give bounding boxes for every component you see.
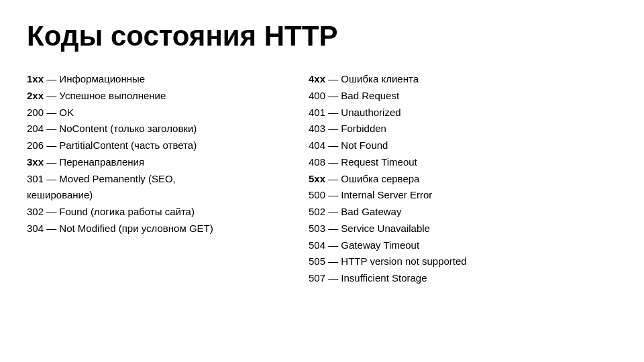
content-area: 1xx — Информационные2xx — Успешное выпол… (27, 71, 617, 287)
right-column: 4xx — Ошибка клиента400 — Bad Request401… (309, 71, 617, 287)
list-item: 400 — Bad Request (309, 88, 617, 105)
list-item: 500 — Internal Server Error (309, 187, 617, 204)
list-item: 200 — OK (27, 105, 309, 121)
list-item: 403 — Forbidden (309, 121, 617, 137)
left-column: 1xx — Информационные2xx — Успешное выпол… (27, 71, 309, 287)
list-item: 408 — Request Timeout (309, 154, 617, 171)
page-title: Коды состояния HTTP (27, 20, 617, 52)
list-item: 206 — PartitialContent (часть ответа) (27, 137, 309, 154)
list-item: 3xx — Перенаправления (27, 154, 309, 171)
list-item: 404 — Not Found (309, 137, 617, 154)
list-item: 502 — Bad Gateway (309, 204, 617, 221)
list-item: 204 — NoContent (только заголовки) (27, 121, 309, 137)
list-item: 302 — Found (логика работы сайта) (27, 204, 309, 221)
list-item: 304 — Not Modified (при условном GET) (27, 221, 309, 237)
list-item: 301 — Moved Pemanently (SEO,кеширование) (27, 171, 309, 204)
list-item: 505 — HTTP version not supported (309, 253, 617, 270)
list-item: 5xx — Ошибка сервера (309, 171, 617, 188)
list-item: 507 — Insufficient Storage (309, 270, 617, 287)
list-item: 504 — Gateway Timeout (309, 237, 617, 254)
list-item: 401 — Unauthorized (309, 105, 617, 121)
list-item: 503 — Service Unavailable (309, 221, 617, 237)
list-item: 4xx — Ошибка клиента (309, 71, 617, 88)
list-item: 1xx — Информационные (27, 71, 309, 88)
list-item: 2xx — Успешное выполнение (27, 88, 309, 105)
